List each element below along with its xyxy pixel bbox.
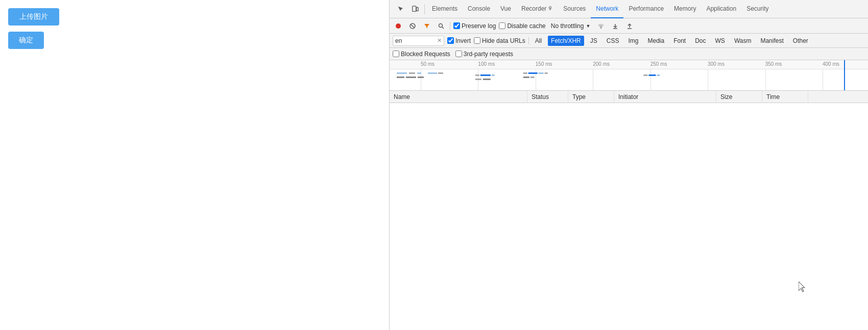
network-toolbar: Preserve log Disable cache No throttling… — [390, 18, 868, 34]
svg-rect-15 — [406, 77, 416, 78]
svg-rect-10 — [409, 72, 415, 74]
ruler-mark-150: 150 ms — [536, 61, 552, 67]
svg-rect-24 — [539, 72, 544, 74]
filter-type-manifest[interactable]: Manifest — [757, 36, 786, 46]
filter-type-media[interactable]: Media — [644, 36, 667, 46]
filter-type-all[interactable]: All — [532, 36, 545, 46]
svg-rect-12 — [428, 72, 437, 74]
tab-performance[interactable]: Performance — [623, 0, 669, 18]
filter-type-font[interactable]: Font — [670, 36, 689, 46]
tab-console[interactable]: Console — [463, 0, 495, 18]
tab-sources[interactable]: Sources — [558, 0, 591, 18]
svg-point-2 — [396, 23, 401, 29]
ruler-mark-250: 250 ms — [650, 61, 667, 67]
table-body — [390, 103, 868, 330]
preserve-log-checkbox[interactable] — [453, 22, 460, 29]
svg-rect-19 — [492, 74, 495, 76]
filter-icon-btn[interactable] — [421, 20, 432, 32]
device-toolbar-btn[interactable] — [408, 2, 422, 16]
inspect-icon-btn[interactable] — [394, 2, 408, 16]
svg-rect-26 — [523, 77, 529, 78]
timeline-ruler: 50 ms 100 ms 150 ms 200 ms 250 ms 300 ms… — [390, 60, 868, 69]
blocked-requests-label[interactable]: Blocked Requests — [393, 50, 450, 58]
svg-rect-28 — [643, 74, 647, 76]
toolbar-sep-1 — [450, 22, 450, 30]
tab-application[interactable]: Application — [701, 0, 741, 18]
hide-data-urls-checkbox[interactable] — [474, 37, 480, 44]
svg-line-4 — [411, 24, 414, 28]
th-waterfall[interactable] — [808, 91, 868, 103]
left-panel: 上传图片 确定 — [0, 0, 389, 330]
svg-rect-27 — [531, 77, 535, 78]
tab-recorder[interactable]: Recorder 🎙 — [516, 0, 558, 18]
tab-memory[interactable]: Memory — [669, 0, 701, 18]
ruler-mark-350: 350 ms — [765, 61, 782, 67]
ruler-mark-200: 200 ms — [593, 61, 610, 67]
network-conditions-btn[interactable] — [595, 20, 607, 32]
filter-input[interactable] — [395, 37, 436, 44]
tab-network[interactable]: Network — [591, 0, 623, 18]
disable-cache-checkbox[interactable] — [499, 22, 505, 29]
invert-checkbox[interactable] — [447, 37, 454, 44]
th-initiator[interactable]: Initiator — [614, 91, 716, 103]
hide-data-urls-label[interactable]: Hide data URLs — [474, 37, 525, 44]
import-har-btn[interactable] — [610, 20, 621, 32]
th-size[interactable]: Size — [716, 91, 762, 103]
devtools-panel: Elements Console Vue Recorder 🎙 Sources … — [389, 0, 868, 330]
tab-security[interactable]: Security — [741, 0, 774, 18]
timeline-area: 50 ms 100 ms 150 ms 200 ms 250 ms 300 ms… — [390, 60, 868, 91]
svg-rect-21 — [483, 79, 491, 80]
preserve-log-label[interactable]: Preserve log — [453, 22, 496, 30]
third-party-checkbox[interactable] — [455, 50, 462, 57]
ruler-mark-100: 100 ms — [478, 61, 495, 67]
svg-rect-11 — [417, 72, 421, 74]
blocked-requests-checkbox[interactable] — [393, 50, 399, 57]
disable-cache-label[interactable]: Disable cache — [499, 22, 545, 30]
filter-type-ws[interactable]: WS — [712, 36, 728, 46]
confirm-button[interactable]: 确定 — [8, 32, 44, 49]
svg-rect-30 — [657, 74, 660, 76]
export-har-btn[interactable] — [624, 20, 635, 32]
search-icon-btn[interactable] — [436, 20, 447, 32]
upload-button[interactable]: 上传图片 — [8, 8, 59, 26]
ruler-mark-400: 400 ms — [823, 61, 839, 67]
filter-type-fetchxhr[interactable]: Fetch/XHR — [548, 36, 584, 46]
filter-type-doc[interactable]: Doc — [692, 36, 709, 46]
blocked-row: Blocked Requests 3rd-party requests — [390, 48, 868, 60]
svg-rect-13 — [438, 72, 443, 74]
svg-rect-20 — [475, 79, 481, 80]
th-name[interactable]: Name — [390, 91, 527, 103]
filter-type-other[interactable]: Other — [790, 36, 811, 46]
clear-button[interactable] — [407, 20, 418, 32]
svg-rect-23 — [528, 72, 538, 74]
filter-sep — [528, 37, 529, 44]
filter-type-css[interactable]: CSS — [604, 36, 622, 46]
filter-type-img[interactable]: Img — [625, 36, 641, 46]
record-button[interactable] — [393, 20, 404, 32]
filter-input-wrap[interactable]: ✕ — [393, 36, 444, 46]
tab-divider-1 — [424, 4, 425, 14]
svg-rect-29 — [648, 74, 656, 76]
filter-toolbar: ✕ Invert Hide data URLs All Fetch/XHR JS… — [390, 34, 868, 48]
svg-rect-0 — [413, 6, 416, 11]
svg-rect-9 — [397, 72, 407, 74]
invert-label[interactable]: Invert — [447, 37, 471, 44]
empty-table — [390, 103, 868, 330]
filter-type-wasm[interactable]: Wasm — [731, 36, 755, 46]
third-party-label[interactable]: 3rd-party requests — [455, 50, 513, 58]
tab-vue[interactable]: Vue — [495, 0, 516, 18]
svg-line-6 — [442, 27, 444, 29]
th-type[interactable]: Type — [568, 91, 614, 103]
svg-rect-1 — [417, 7, 419, 11]
filter-clear-btn[interactable]: ✕ — [437, 37, 442, 44]
devtools-tabs: Elements Console Vue Recorder 🎙 Sources … — [390, 0, 868, 18]
svg-rect-14 — [397, 77, 404, 78]
svg-rect-16 — [418, 77, 424, 78]
th-time[interactable]: Time — [762, 91, 808, 103]
svg-rect-22 — [523, 72, 527, 74]
tab-elements[interactable]: Elements — [427, 0, 463, 18]
svg-point-5 — [439, 23, 443, 27]
th-status[interactable]: Status — [527, 91, 568, 103]
filter-type-js[interactable]: JS — [587, 36, 600, 46]
throttle-select[interactable]: No throttling ▼ — [549, 21, 593, 31]
